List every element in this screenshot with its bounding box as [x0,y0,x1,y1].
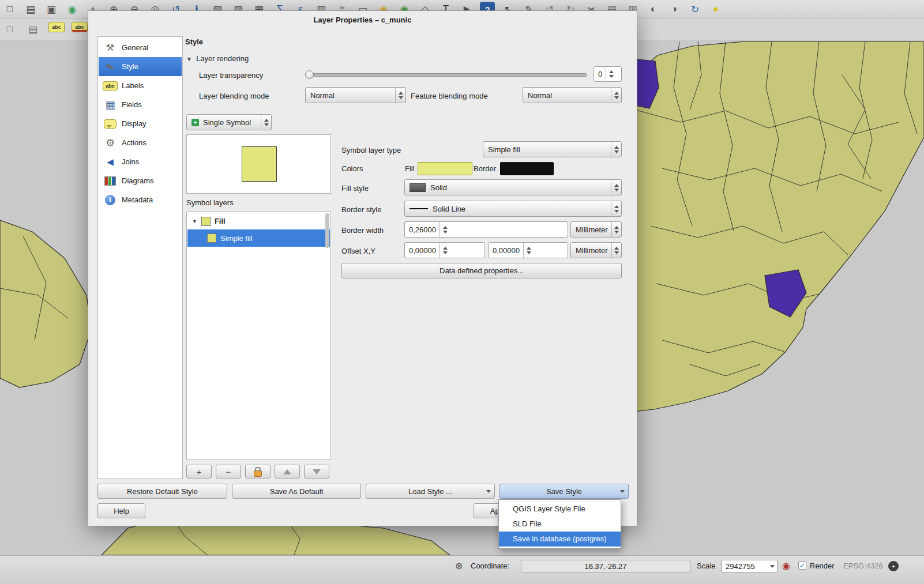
sidebar-item-display[interactable]: Display [99,114,182,133]
coordinate-capture-icon[interactable]: ⊗ [455,560,463,571]
move-down-button[interactable] [304,465,329,478]
menu-item-qgis-style-file[interactable]: QGIS Layer Style File [499,502,621,517]
sidebar-item-labels[interactable]: abc Labels [99,76,182,95]
border-width-unit-combo[interactable]: Millimeter [570,221,622,238]
border-style-combo[interactable]: Solid Line [404,201,622,217]
save-as-default-button[interactable]: Save As Default [232,484,361,499]
transparency-label: Layer transparency [199,71,263,80]
scale-combo[interactable]: 2942755 [722,560,777,572]
transparency-spinbox[interactable]: 0 [594,66,622,82]
transparency-slider[interactable] [305,73,587,77]
tree-item-label: Simple fill [220,234,253,243]
remove-symbol-layer-button[interactable]: − [216,465,241,478]
transparency-slider-handle[interactable] [305,70,314,79]
collapse-triangle-icon: ▼ [186,56,192,62]
offset-y-value: 0,00000 [493,246,520,255]
sidebar-item-metadata[interactable]: i Metadata [99,190,182,209]
plugin-dot-icon[interactable]: ● [708,2,723,17]
save-style-button[interactable]: Save Style [499,484,629,499]
combo-arrows-icon [611,201,621,216]
epsg-label: EPSG:4326 [843,562,883,570]
feature-blending-combo[interactable]: Normal [523,87,622,103]
combo-arrows-icon [611,180,621,195]
projection-globe-icon[interactable]: + [888,561,899,574]
restore-default-style-button[interactable]: Restore Default Style [97,484,227,499]
restore-default-label: Restore Default Style [127,487,198,496]
move-up-button[interactable] [275,465,300,478]
qgis-layer-icon[interactable]: ◉ [65,2,80,17]
symbol-layer-type-combo[interactable]: Simple fill [483,141,622,157]
fill-style-label: Fill style [341,184,369,193]
label-settings-icon[interactable]: abc [72,22,88,32]
spin-arrows-icon[interactable] [440,222,450,237]
tree-item-simple-fill[interactable]: Simple fill [187,229,330,247]
blending-mode-label: Layer blending mode [199,92,269,100]
fill-style-combo[interactable]: Solid [404,179,622,195]
data-defined-properties-button[interactable]: Data defined properties... [341,263,622,278]
combo-arrow-icon [770,565,775,568]
open-project-icon[interactable]: ▤ [23,2,38,17]
render-checkbox[interactable]: ✓ [798,562,806,570]
layer-labeling-icon[interactable]: abc [48,22,65,32]
check-icon: ✓ [799,562,805,570]
symbol-preview-swatch [242,146,277,182]
layer-properties-dialog: Layer Properties – c_munic ⚒ General ✎ S… [88,10,637,526]
lock-color-button[interactable] [245,465,271,478]
border-width-unit: Millimeter [576,225,608,234]
bar-chart-icon [103,174,117,188]
expander-icon[interactable]: ▼ [192,218,197,224]
sidebar-item-actions[interactable]: ⚙ Actions [99,133,182,152]
fill-color-swatch[interactable] [418,162,472,175]
sidebar-item-style[interactable]: ✎ Style [99,57,182,76]
spin-arrows-icon[interactable] [606,67,616,81]
combo-arrows-icon [611,88,621,103]
combo-arrows-icon [395,88,405,103]
magnifier-icon[interactable]: ◉ [782,560,790,571]
tree-item-fill[interactable]: ▼ Fill [187,213,330,229]
renderer-combo[interactable]: + Single Symbol [186,114,272,130]
save-project-icon[interactable]: ▣ [44,2,59,17]
offset-unit-combo[interactable]: Millimeter [570,242,622,258]
tree-scrollbar[interactable] [325,213,329,248]
coordinate-value: 16.37,-26.27 [584,562,626,571]
feature-blending-label: Feature blending mode [411,92,488,100]
transparency-value: 0 [598,70,602,78]
symbol-preview [186,134,331,194]
help-button[interactable]: Help [97,503,145,518]
speech-bubble-icon [103,117,117,131]
add-symbol-layer-button[interactable]: + [186,465,212,478]
status-bar: ⊗ Coordinate: 16.37,-26.27 Scale 2942755… [0,555,924,584]
sidebar-item-general[interactable]: ⚒ General [99,38,182,57]
spin-arrows-icon[interactable] [440,243,450,258]
offset-y-spinbox[interactable]: 0,00000 [488,242,568,258]
layer-rendering-collapse[interactable]: ▼ Layer rendering [186,54,249,63]
coordinate-field[interactable]: 16.37,-26.27 [521,560,690,572]
minus-icon: − [226,467,231,477]
offset-x-spinbox[interactable]: 0,00000 [404,242,485,258]
colors-label: Colors [341,164,363,173]
dialog-title: Layer Properties – c_munic [88,16,637,24]
symbol-layers-tree: ▼ Fill Simple fill [186,212,331,460]
load-style-label: Load Style ... [408,487,452,496]
renderer-value: Single Symbol [203,118,251,127]
layer-blending-combo[interactable]: Normal [305,87,406,103]
menu-item-save-in-database[interactable]: Save in database (postgres) [499,532,621,547]
sidebar-item-diagrams[interactable]: Diagrams [99,171,182,190]
sidebar-item-label: Joins [122,157,139,166]
blank-grid-icon[interactable]: □ [2,22,17,37]
scale-label: Scale [697,562,716,570]
new-project-icon[interactable]: □ [2,2,17,17]
load-style-button[interactable]: Load Style ... [366,484,495,499]
menu-item-sld-file[interactable]: SLD File [499,517,621,532]
refresh-map-icon[interactable]: ↻ [688,2,703,17]
sidebar-item-fields[interactable]: ▦ Fields [99,95,182,114]
combo-arrows-icon [611,222,621,237]
border-width-spinbox[interactable]: 0,26000 [404,221,568,238]
clipboard-icon[interactable]: ▤ [25,22,40,37]
half-circle-b-icon[interactable]: ◑ [667,2,682,17]
info-circle-icon: i [103,193,117,207]
half-circle-a-icon[interactable]: ◐ [646,2,661,17]
border-color-swatch[interactable] [500,162,554,175]
sidebar-item-joins[interactable]: ◀ Joins [99,152,182,171]
spin-arrows-icon[interactable] [523,243,534,258]
